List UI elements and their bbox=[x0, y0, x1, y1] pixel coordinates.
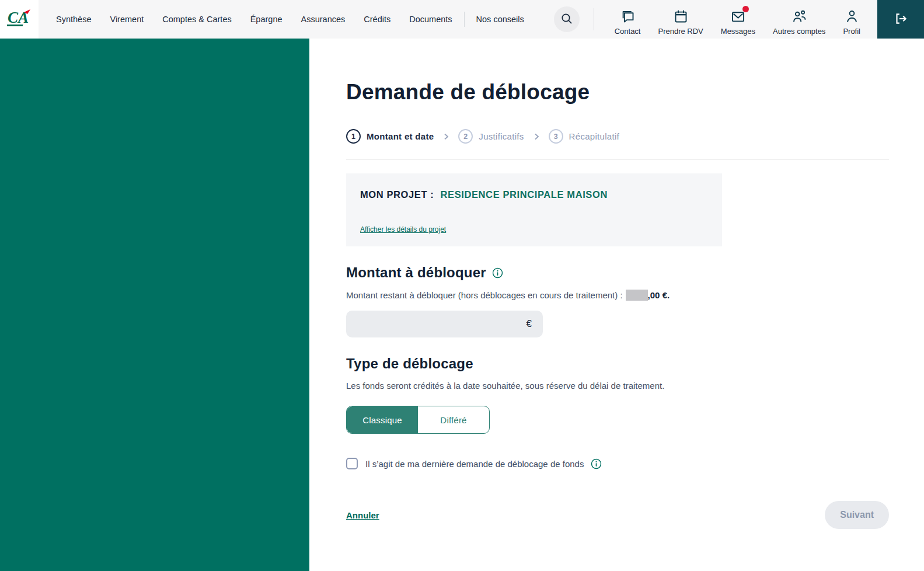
action-label: Prendre RDV bbox=[658, 27, 703, 36]
logout-icon bbox=[893, 11, 908, 28]
top-header: CA Synthèse Virement Comptes & Cartes Ép… bbox=[0, 0, 924, 39]
header-separator bbox=[594, 8, 594, 30]
step-recapitulatif: 3 Récapitulatif bbox=[549, 129, 619, 144]
cancel-link[interactable]: Annuler bbox=[346, 510, 379, 520]
step-justificatifs: 2 Justificatifs bbox=[458, 129, 524, 144]
step-number: 1 bbox=[346, 129, 361, 144]
type-section-title-text: Type de déblocage bbox=[346, 356, 473, 372]
step-number: 3 bbox=[549, 129, 563, 144]
magnifier-icon bbox=[560, 12, 573, 27]
profil-button[interactable]: Profil bbox=[834, 3, 869, 36]
type-section-title: Type de déblocage bbox=[346, 356, 889, 372]
search-button[interactable] bbox=[554, 6, 580, 32]
nav-divider bbox=[464, 12, 465, 27]
page-title: Demande de déblocage bbox=[346, 80, 889, 105]
next-button[interactable]: Suivant bbox=[825, 501, 889, 529]
logout-button[interactable] bbox=[877, 0, 924, 39]
nav-item-synthese[interactable]: Synthèse bbox=[47, 0, 100, 39]
chevron-right-icon bbox=[532, 133, 541, 141]
action-label: Profil bbox=[843, 27, 860, 36]
messages-button[interactable]: Messages bbox=[712, 3, 764, 36]
action-label: Autres comptes bbox=[773, 27, 825, 36]
contact-button[interactable]: Contact bbox=[606, 3, 650, 36]
stepper: 1 Montant et date 2 Justificatifs 3 Réca… bbox=[346, 129, 889, 144]
step-label: Justificatifs bbox=[479, 131, 524, 141]
nav-item-comptes-cartes[interactable]: Comptes & Cartes bbox=[153, 0, 240, 39]
project-name: RESIDENCE PRINCIPALE MAISON bbox=[441, 189, 608, 200]
action-label: Messages bbox=[721, 27, 755, 36]
nav-item-virement[interactable]: Virement bbox=[100, 0, 153, 39]
amount-input[interactable] bbox=[357, 319, 526, 329]
svg-text:CA: CA bbox=[8, 9, 29, 26]
form-footer: Annuler Suivant bbox=[346, 501, 889, 529]
nav-item-credits[interactable]: Crédits bbox=[354, 0, 400, 39]
credit-agricole-logo[interactable]: CA bbox=[0, 0, 39, 39]
main-nav: Synthèse Virement Comptes & Cartes Éparg… bbox=[47, 0, 534, 39]
person-icon bbox=[844, 8, 860, 25]
main-content: Demande de déblocage 1 Montant et date 2… bbox=[309, 39, 924, 571]
release-type-toggle: Classique Différé bbox=[346, 406, 490, 434]
amount-section-title-text: Montant à débloquer bbox=[346, 264, 486, 281]
nav-item-documents[interactable]: Documents bbox=[400, 0, 461, 39]
ca-logo-icon: CA bbox=[7, 8, 32, 31]
step-label: Montant et date bbox=[367, 131, 434, 141]
prendre-rdv-button[interactable]: Prendre RDV bbox=[649, 3, 712, 36]
remaining-amount-line: Montant restant à débloquer (hors débloc… bbox=[346, 290, 889, 301]
show-project-details-link[interactable]: Afficher les détails du projet bbox=[360, 225, 446, 234]
nav-item-assurances[interactable]: Assurances bbox=[292, 0, 355, 39]
step-label: Récapitulatif bbox=[569, 131, 619, 141]
last-request-row: Il s’agit de ma dernière demande de débl… bbox=[346, 458, 889, 469]
nav-item-nos-conseils[interactable]: Nos conseils bbox=[467, 0, 534, 39]
masked-amount-value bbox=[626, 290, 648, 301]
page-layout: Demande de déblocage 1 Montant et date 2… bbox=[0, 39, 924, 571]
header-actions: Contact Prendre RDV Messages bbox=[606, 3, 869, 36]
people-icon bbox=[791, 8, 808, 25]
project-summary-box: MON PROJET : RESIDENCE PRINCIPALE MAISON… bbox=[346, 173, 722, 246]
last-request-label: Il s’agit de ma dernière demande de débl… bbox=[365, 459, 584, 469]
step-number: 2 bbox=[458, 129, 473, 144]
project-sidebar-panel bbox=[0, 39, 309, 571]
remaining-prefix: Montant restant à débloquer (hors débloc… bbox=[346, 290, 623, 300]
stepper-divider bbox=[346, 159, 889, 160]
envelope-icon bbox=[730, 8, 746, 25]
action-label: Contact bbox=[615, 27, 641, 36]
toggle-option-classique[interactable]: Classique bbox=[347, 406, 418, 433]
amount-section-title: Montant à débloquer bbox=[346, 264, 889, 281]
toggle-option-differe[interactable]: Différé bbox=[418, 406, 489, 433]
last-request-checkbox[interactable] bbox=[346, 458, 358, 469]
amount-input-field[interactable]: € bbox=[346, 311, 543, 337]
type-section-description: Les fonds seront crédités à la date souh… bbox=[346, 381, 889, 391]
project-label: MON PROJET : bbox=[360, 189, 434, 200]
autres-comptes-button[interactable]: Autres comptes bbox=[764, 3, 834, 36]
chat-bubble-icon bbox=[620, 8, 636, 25]
currency-suffix: € bbox=[526, 318, 532, 330]
chevron-right-icon bbox=[442, 133, 450, 141]
info-icon[interactable] bbox=[591, 458, 602, 469]
remaining-suffix: ,00 €. bbox=[648, 290, 670, 300]
info-icon[interactable] bbox=[492, 267, 503, 278]
calendar-icon bbox=[673, 8, 689, 25]
unread-badge bbox=[742, 6, 749, 12]
nav-item-epargne[interactable]: Épargne bbox=[241, 0, 292, 39]
step-montant-et-date: 1 Montant et date bbox=[346, 129, 434, 144]
